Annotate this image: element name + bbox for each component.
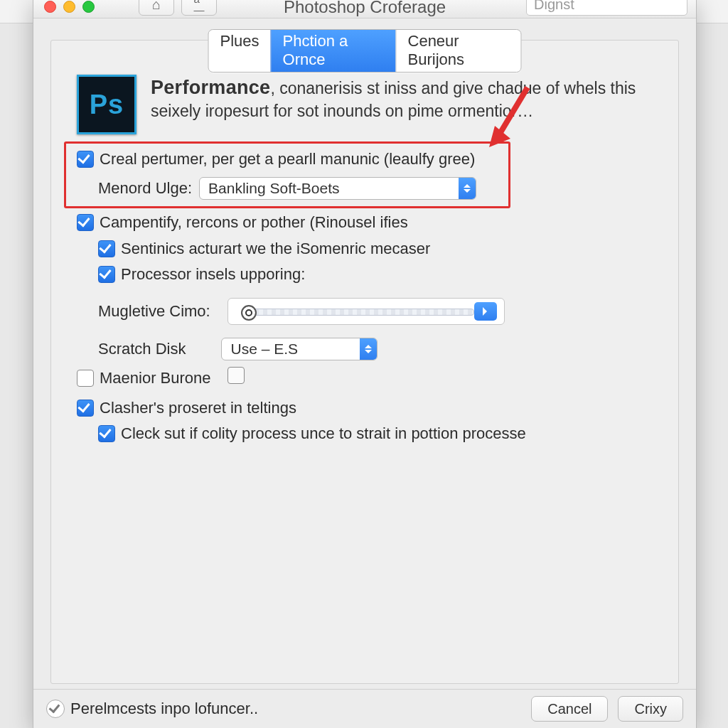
panel-description: Performance, conanerisis st iniss and gi… xyxy=(151,75,653,134)
preferences-window: ⌂ a— Photoshop Croferage Dignst Plues Ph… xyxy=(33,0,697,728)
cancel-button[interactable]: Cancel xyxy=(531,696,608,722)
checkbox-maenior-burone[interactable] xyxy=(77,370,94,387)
slider-track xyxy=(245,309,474,316)
label-cleck-sut: Cleck sut if colity process unce to stra… xyxy=(121,424,526,443)
titlebar-search[interactable]: Dignst xyxy=(526,0,687,16)
label-scratch-disk: Scratch Disk xyxy=(98,340,186,358)
preferences-panel: Plues Phction a Ornce Ceneur Burijons Ps… xyxy=(50,40,679,684)
checkbox-processor[interactable] xyxy=(98,266,115,283)
dialog-footer: Perelmcests inpo lofuncer.. Cancel Crixy xyxy=(33,689,696,728)
checkbox-creal-pertumer[interactable] xyxy=(77,151,94,168)
checkbox-clashers[interactable] xyxy=(77,400,94,417)
label-mugletive-cimo: Mugletive Cimo: xyxy=(98,302,210,321)
checkbox-sentinics[interactable] xyxy=(98,240,115,257)
checkbox-campentify[interactable] xyxy=(77,214,94,231)
tab-phction[interactable]: Phction a Ornce xyxy=(271,30,396,72)
label-campentify: Campentify, rercons or pother (Rinousel … xyxy=(100,213,408,232)
checkbox-maenior-secondary[interactable] xyxy=(228,367,245,384)
label-perelmcests: Perelmcests inpo lofuncer.. xyxy=(70,700,258,718)
slider-knob[interactable] xyxy=(241,305,257,321)
photoshop-icon: Ps xyxy=(77,75,136,134)
select-menord-ulge[interactable]: Bankling Soft-Boets xyxy=(199,177,476,200)
label-clashers: Clasher's proseret in teltings xyxy=(100,399,296,417)
tab-plues[interactable]: Plues xyxy=(209,30,271,72)
slider-step-button[interactable] xyxy=(474,302,497,321)
tab-bar: Plues Phction a Ornce Ceneur Burijons xyxy=(208,29,522,73)
checkbox-cleck-sut[interactable] xyxy=(98,425,115,442)
label-menord-ulge: Menord Ulge: xyxy=(98,179,192,198)
ok-button[interactable]: Crixy xyxy=(618,696,683,722)
select-scratch-disk[interactable]: Use – E.S xyxy=(221,338,378,360)
label-maenior-burone: Maenior Burone xyxy=(100,369,211,387)
titlebar: ⌂ a— Photoshop Croferage Dignst xyxy=(33,0,696,18)
tab-ceneur[interactable]: Ceneur Burijons xyxy=(396,30,521,72)
label-processor: Processor insels upporing: xyxy=(121,265,305,284)
checkbox-perelmcests[interactable] xyxy=(46,700,65,718)
label-sentinics: Sentinics acturart we the iSomenric meca… xyxy=(121,240,430,258)
slider-mugletive-cimo[interactable] xyxy=(228,298,505,325)
chevron-updown-icon xyxy=(360,338,377,360)
chevron-updown-icon xyxy=(459,178,476,199)
label-creal-pertumer: Creal pertumer, per get a pearll manunic… xyxy=(100,150,475,168)
